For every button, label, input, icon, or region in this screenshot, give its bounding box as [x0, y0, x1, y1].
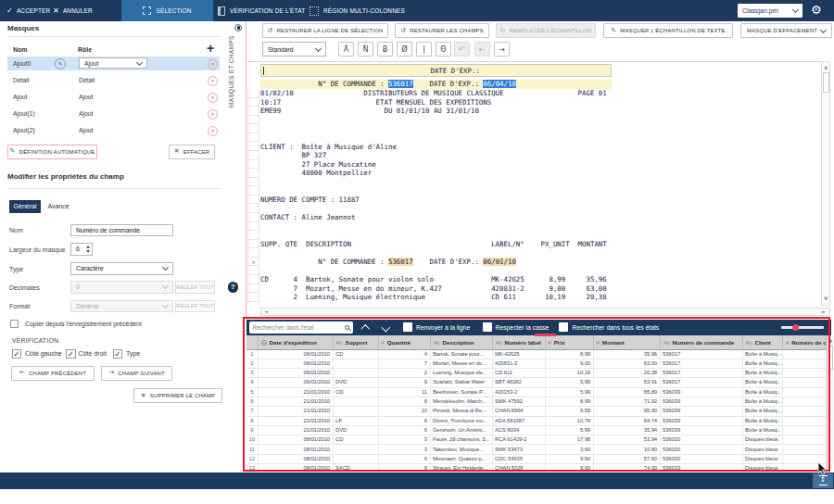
- table-cell[interactable]: 35,96: [594, 350, 661, 359]
- table-cell[interactable]: 2: [379, 369, 431, 378]
- table-cell[interactable]: Strauss, Ein Heldenle...: [431, 464, 493, 470]
- column-header-3[interactable]: #Quantité: [379, 335, 431, 350]
- table-cell[interactable]: 536017: [661, 369, 743, 378]
- clear-masks-button[interactable]: ✕ EFFACER: [169, 145, 215, 159]
- table-cell[interactable]: 21/01/2010: [259, 417, 334, 426]
- table-cell[interactable]: Boîte à Musiq...: [743, 359, 784, 369]
- table-cell[interactable]: Boîte à Musiq...: [743, 369, 784, 378]
- erase-mask-dropdown[interactable]: MASQUE D'EFFACEMENT: [740, 23, 832, 38]
- table-cell[interactable]: DVD: [334, 378, 379, 387]
- table-cell[interactable]: CD 611: [493, 369, 546, 378]
- table-cell[interactable]: [783, 397, 827, 407]
- table-cell[interactable]: SMK 53473: [493, 446, 546, 455]
- search-next-button[interactable]: [379, 322, 392, 333]
- table-cell[interactable]: [783, 417, 827, 426]
- zoom-slider-track[interactable]: [781, 326, 824, 328]
- table-cell[interactable]: Scarlatti, Stabat Mater: [431, 378, 493, 387]
- line-select-cell[interactable]: »: [248, 258, 259, 267]
- scroll-up-icon[interactable]: ▲: [828, 338, 832, 343]
- scroll-down-icon[interactable]: ▼: [824, 296, 828, 301]
- table-cell[interactable]: 65,89: [594, 388, 661, 397]
- scrollbar-thumb[interactable]: [823, 72, 829, 93]
- table-cell[interactable]: Takemitsu, Musique...: [431, 446, 493, 455]
- table-cell[interactable]: 420153-2: [493, 388, 546, 397]
- line-select-cell[interactable]: [248, 151, 259, 160]
- table-cell[interactable]: CD: [334, 350, 379, 359]
- table-cell[interactable]: [783, 359, 827, 369]
- table-cell[interactable]: 06/01/2010: [259, 350, 334, 359]
- table-cell[interactable]: [334, 407, 379, 416]
- table-cell[interactable]: Mendelssohn, March...: [431, 397, 493, 407]
- table-cell[interactable]: 536020: [661, 446, 743, 455]
- table-cell[interactable]: 6: [379, 426, 431, 435]
- table-cell[interactable]: 5,99: [546, 378, 594, 387]
- table-cell[interactable]: Disques bleus: [743, 464, 784, 470]
- table-cell[interactable]: [783, 435, 827, 445]
- mask-row[interactable]: DétailDétail✕: [7, 73, 220, 87]
- mask-width-stepper[interactable]: 6: [70, 243, 93, 256]
- table-cell[interactable]: Bartok, Sonate pour...: [431, 350, 493, 359]
- table-cell[interactable]: 8,99: [546, 350, 594, 359]
- table-cell[interactable]: Boîte à Musiq...: [743, 388, 784, 397]
- delete-field-button[interactable]: ✕ SUPPRIMER LE CHAMP: [133, 388, 222, 403]
- table-cell[interactable]: 53,94: [594, 435, 661, 445]
- line-select-cell[interactable]: [248, 124, 259, 133]
- line-select-cell[interactable]: [248, 89, 259, 98]
- table-row[interactable]: 406/01/2010DVD9Scarlatti, Stabat MaterSB…: [246, 378, 827, 387]
- any-trap-button[interactable]: Θ: [436, 42, 451, 57]
- line-select-cell[interactable]: [248, 240, 259, 249]
- tab-state-check[interactable]: VÉRIFICATION DE L'ÉTAT: [218, 0, 305, 21]
- table-cell[interactable]: 536039: [661, 426, 743, 435]
- table-row[interactable]: 921/01/2010DVD6Gershwin, Un Améric...ACS…: [246, 426, 827, 435]
- verification-checkbox[interactable]: ✓: [66, 349, 76, 359]
- table-cell[interactable]: Boîte à Musiq...: [743, 378, 784, 387]
- table-cell[interactable]: 536017: [661, 359, 743, 369]
- line-select-cell[interactable]: [248, 248, 259, 258]
- report-file-dropdown[interactable]: Classjan.prn: [738, 4, 802, 18]
- column-header-6[interactable]: #Prix: [546, 335, 594, 350]
- table-cell[interactable]: 10,80: [594, 446, 661, 455]
- table-cell[interactable]: Boîte à Musiq...: [743, 397, 784, 407]
- column-header-9[interactable]: AbClient: [743, 335, 784, 350]
- settings-gear-icon[interactable]: ⚙: [811, 3, 822, 17]
- table-cell[interactable]: 536020: [661, 455, 743, 464]
- table-cell[interactable]: [334, 397, 379, 407]
- previous-field-button[interactable]: ← CHAMP PRÉCÉDENT: [11, 366, 95, 381]
- table-cell[interactable]: 6: [379, 455, 431, 464]
- nonblank-trap-button[interactable]: Ø: [397, 42, 412, 57]
- tab-multicolumn-region[interactable]: RÉGION MULTI-COLONNES: [310, 0, 405, 21]
- table-cell[interactable]: 536020: [661, 435, 743, 445]
- verification-checkbox[interactable]: ✓: [113, 349, 123, 359]
- table-cell[interactable]: 3: [379, 435, 431, 445]
- report-vertical-scrollbar[interactable]: ▲ ▼: [821, 61, 830, 306]
- table-cell[interactable]: MK-42625: [493, 350, 546, 359]
- table-vertical-scrollbar[interactable]: ▲: [827, 335, 833, 470]
- scroll-up-icon[interactable]: ▲: [824, 65, 828, 69]
- line-select-cell[interactable]: [248, 195, 259, 205]
- tab-general[interactable]: Général: [9, 200, 41, 214]
- delete-mask-icon[interactable]: ✕: [208, 93, 218, 103]
- line-select-cell[interactable]: [248, 186, 259, 195]
- table-cell[interactable]: 10: [379, 407, 431, 416]
- line-select-cell[interactable]: [248, 213, 259, 222]
- field-type-dropdown[interactable]: Caractère: [70, 262, 173, 275]
- table-cell[interactable]: 9: [379, 378, 431, 387]
- search-input[interactable]: Rechercher dans l'état: [249, 321, 353, 334]
- accept-button[interactable]: ✓ ACCEPTER: [6, 0, 50, 21]
- table-cell[interactable]: LP: [334, 417, 379, 426]
- stepper-down-icon[interactable]: [86, 250, 90, 253]
- table-cell[interactable]: [334, 359, 379, 369]
- table-cell[interactable]: 5,99: [546, 388, 594, 397]
- line-select-cell[interactable]: [248, 169, 259, 178]
- table-cell[interactable]: 9,59: [546, 407, 594, 416]
- search-option-checkbox[interactable]: [559, 322, 568, 332]
- table-cell[interactable]: 3,60: [546, 446, 594, 455]
- table-cell[interactable]: CDC 54935: [493, 455, 546, 464]
- table-cell[interactable]: [334, 369, 379, 378]
- next-field-button[interactable]: → CHAMP SUIVANT: [101, 366, 172, 381]
- numeric-trap-button[interactable]: Ñ: [358, 42, 373, 57]
- table-cell[interactable]: 21/01/2010: [259, 407, 334, 416]
- table-cell[interactable]: 10,19: [546, 369, 594, 378]
- table-cell[interactable]: 6: [379, 417, 431, 426]
- table-cell[interactable]: 536039: [661, 397, 743, 407]
